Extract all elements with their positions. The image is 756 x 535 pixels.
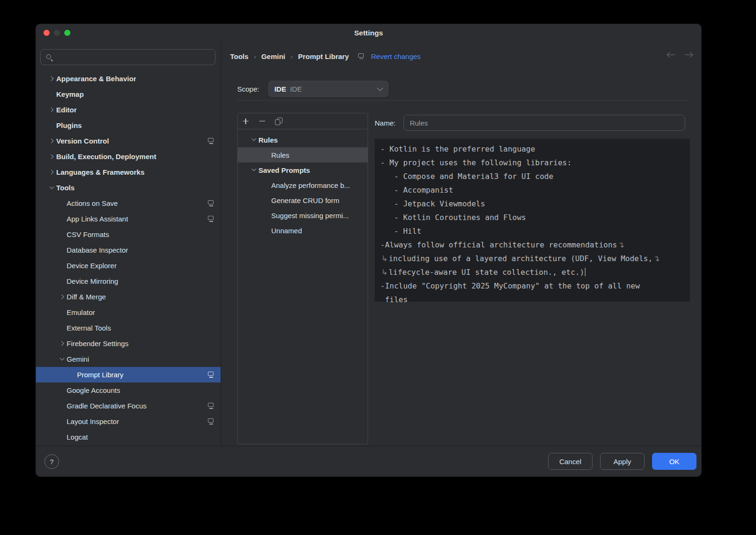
soft-wrap-start-icon: ↳ [380, 254, 388, 263]
help-button[interactable]: ? [44, 454, 59, 469]
scope-value: IDE [290, 85, 302, 93]
prompt-item-label: Rules [258, 136, 282, 144]
apply-button[interactable]: Apply [600, 453, 644, 470]
editor-line: - Kotlin is the preferred language [380, 142, 684, 156]
chevron-placeholder [58, 417, 67, 426]
sidebar-item-device-mirroring[interactable]: Device Mirroring [36, 273, 221, 289]
editor-line-text: -Always follow official architecture rec… [380, 240, 617, 249]
back-arrow-icon[interactable] [666, 51, 675, 58]
editor-line: ↳lifecycle-aware UI state collection., e… [380, 265, 684, 279]
breadcrumb-segment-gemini[interactable]: Gemini [261, 52, 285, 60]
ok-button[interactable]: OK [652, 453, 696, 470]
prompt-item-generate-crud-form[interactable]: Generate CRUD form [238, 193, 368, 208]
name-row: Name: [375, 115, 685, 131]
prompt-item-label: Unnamed [271, 227, 306, 235]
prompt-name-input[interactable] [404, 115, 685, 131]
chevron-placeholder [58, 386, 67, 395]
prompt-group-saved-prompts[interactable]: Saved Prompts [238, 162, 368, 178]
editor-line-text: - Kotlin is the preferred language [380, 144, 535, 153]
scope-dropdown[interactable]: IDE IDE [268, 81, 388, 97]
sidebar-item-tools[interactable]: Tools [36, 180, 221, 195]
chevron-right-icon[interactable] [48, 106, 56, 114]
sidebar-item-label: Gemini [67, 355, 89, 363]
sidebar-item-label: Database Inspector [67, 246, 128, 254]
editor-line: - Jetpack Viewmodels [380, 197, 684, 211]
sidebar-item-version-control[interactable]: Version Control [36, 133, 221, 149]
chevron-placeholder [58, 230, 67, 239]
sidebar-item-plugins[interactable]: Plugins [36, 118, 221, 133]
sidebar-item-label: Device Mirroring [67, 277, 118, 285]
breadcrumb-segment-tools[interactable]: Tools [230, 52, 249, 60]
sidebar-item-label: Actions on Save [67, 199, 118, 207]
chevron-down-icon[interactable] [250, 166, 258, 174]
chevron-placeholder [58, 308, 67, 317]
breadcrumb-separator-icon: › [291, 52, 293, 60]
sidebar-item-label: Layout Inspector [67, 417, 119, 425]
sidebar-item-actions-on-save[interactable]: Actions on Save [36, 195, 221, 211]
sidebar-item-database-inspector[interactable]: Database Inspector [36, 242, 221, 258]
prompt-item-suggest-missing-permi[interactable]: Suggest missing permi... [238, 208, 368, 223]
chevron-down-icon[interactable] [250, 136, 258, 144]
prompt-item-analyze-performance-b[interactable]: Analyze performance b... [238, 178, 368, 193]
chevron-down-icon[interactable] [58, 355, 67, 364]
chevron-placeholder [58, 324, 67, 332]
prompt-item-unnamed[interactable]: Unnamed [238, 223, 368, 238]
sidebar-item-languages-frameworks[interactable]: Languages & Frameworks [36, 164, 221, 180]
sidebar-item-keymap[interactable]: Keymap [36, 86, 221, 102]
editor-line-text: -Include "Copyright 2025 MyCompany" at t… [380, 281, 640, 290]
sidebar-item-device-explorer[interactable]: Device Explorer [36, 258, 221, 273]
window-body: Appearance & BehaviorKeymapEditorPlugins… [36, 42, 701, 446]
sidebar-item-label: CSV Formats [67, 230, 109, 238]
chevron-right-icon[interactable] [58, 340, 67, 348]
chevron-right-icon[interactable] [48, 137, 56, 145]
sidebar-item-logcat[interactable]: Logcat [36, 429, 221, 445]
sidebar-item-label: Plugins [56, 121, 82, 129]
sidebar-item-editor[interactable]: Editor [36, 102, 221, 118]
sidebar-item-diff-merge[interactable]: Diff & Merge [36, 289, 221, 305]
sidebar-item-label: Emulator [67, 308, 95, 316]
sidebar-item-csv-formats[interactable]: CSV Formats [36, 227, 221, 242]
sidebar-item-google-accounts[interactable]: Google Accounts [36, 382, 221, 398]
editor-line: -Include "Copyright 2025 MyCompany" at t… [380, 279, 684, 293]
chevron-right-icon[interactable] [48, 153, 56, 161]
cancel-button[interactable]: Cancel [548, 453, 593, 470]
prompt-list-panel: RulesRulesSaved PromptsAnalyze performan… [237, 113, 368, 444]
add-icon[interactable] [242, 118, 249, 125]
prompt-item-label: Saved Prompts [258, 166, 314, 174]
editor-line-text: - Compose and Material3 for UI code [380, 172, 553, 181]
sidebar-item-label: Logcat [67, 433, 88, 441]
prompt-group-rules[interactable]: Rules [238, 132, 368, 147]
sidebar-item-gemini[interactable]: Gemini [36, 351, 221, 367]
breadcrumb-separator-icon: › [254, 52, 256, 60]
name-label: Name: [375, 119, 395, 127]
sidebar-item-firebender-settings[interactable]: Firebender Settings [36, 336, 221, 351]
sidebar-item-prompt-library[interactable]: Prompt Library [36, 367, 221, 382]
sidebar-item-external-tools[interactable]: External Tools [36, 320, 221, 336]
copy-icon[interactable] [275, 118, 283, 125]
sidebar-item-app-links-assistant[interactable]: App Links Assistant [36, 211, 221, 227]
remove-icon[interactable] [258, 118, 266, 125]
settings-content: Tools › Gemini › Prompt Library Revert c… [221, 42, 701, 446]
breadcrumb-segment-prompt-library[interactable]: Prompt Library [298, 52, 349, 60]
help-label: ? [50, 458, 54, 466]
revert-changes-link[interactable]: Revert changes [371, 52, 421, 60]
chevron-down-icon[interactable] [48, 184, 56, 192]
sidebar-item-build-execution-deployment[interactable]: Build, Execution, Deployment [36, 149, 221, 164]
prompt-text-editor[interactable]: - Kotlin is the preferred language- My p… [375, 139, 690, 302]
forward-arrow-icon[interactable] [685, 51, 694, 58]
ide-settings-icon [358, 53, 365, 60]
sidebar-item-appearance-behavior[interactable]: Appearance & Behavior [36, 71, 221, 86]
chevron-right-icon[interactable] [58, 293, 67, 301]
chevron-placeholder [58, 262, 67, 270]
settings-search-input[interactable] [56, 53, 210, 61]
sidebar-item-gradle-declarative-focus[interactable]: Gradle Declarative Focus [36, 398, 221, 414]
sidebar-item-layout-inspector[interactable]: Layout Inspector [36, 414, 221, 429]
chevron-right-icon[interactable] [48, 75, 56, 83]
settings-search[interactable] [40, 49, 215, 65]
chevron-right-icon[interactable] [48, 168, 56, 177]
sidebar-item-label: Appearance & Behavior [56, 75, 136, 83]
chevron-placeholder [58, 277, 67, 286]
scope-row: Scope: IDE IDE [237, 81, 388, 97]
sidebar-item-emulator[interactable]: Emulator [36, 305, 221, 320]
prompt-item-rules[interactable]: Rules [238, 147, 368, 162]
